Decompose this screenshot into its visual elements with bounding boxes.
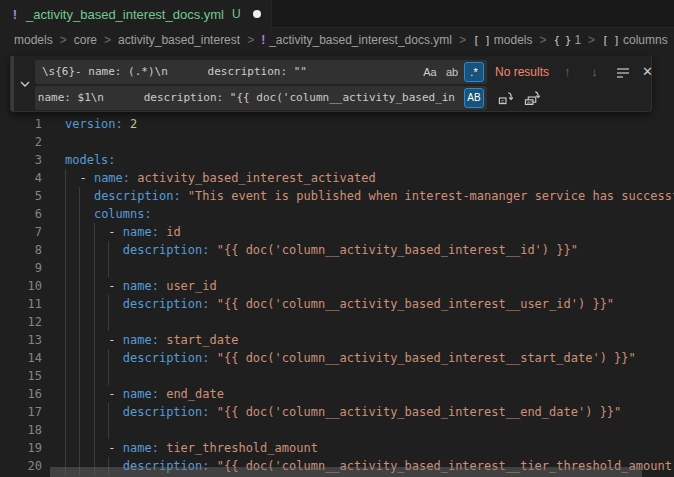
- arrow-down-icon: ↓: [591, 64, 598, 79]
- code-line: description: "{{ doc('column__activity_b…: [65, 241, 674, 259]
- line-number: 12: [0, 313, 42, 331]
- replace-all-button[interactable]: ac: [521, 87, 542, 108]
- arrow-up-icon: ↑: [564, 64, 571, 79]
- line-number: 15: [0, 367, 42, 385]
- breadcrumb-separator-icon: >: [104, 33, 111, 47]
- whole-word-toggle[interactable]: ab: [442, 62, 462, 82]
- code-editor[interactable]: 1version: 223models:4 - name: activity_b…: [0, 52, 674, 477]
- line-number: 14: [0, 349, 42, 367]
- replace-button[interactable]: c: [495, 87, 516, 108]
- svg-text:c: c: [501, 98, 504, 104]
- preserve-case-toggle[interactable]: AB: [464, 88, 484, 108]
- find-status: No results: [495, 60, 549, 84]
- previous-match-button[interactable]: ↑: [557, 61, 578, 82]
- chevron-down-icon: [20, 81, 30, 87]
- code-line: columns:: [65, 205, 674, 223]
- breadcrumb-item[interactable]: [ ]columns: [602, 33, 668, 47]
- symbol-array-icon: [ ]: [473, 34, 490, 47]
- line-number: 13: [0, 331, 42, 349]
- code-line: description: "{{ doc('column__activity_b…: [65, 295, 674, 313]
- line-number: 4: [0, 169, 42, 187]
- code-line: description: "{{ doc('column__activity_b…: [65, 349, 674, 367]
- code-line: [65, 421, 674, 439]
- breadcrumb-separator-icon: >: [247, 33, 254, 47]
- breadcrumb-item[interactable]: [ ]models: [473, 33, 533, 47]
- replace-input[interactable]: - name: $1\n description: "{{ doc('colum…: [35, 86, 487, 110]
- line-number: 9: [0, 259, 42, 277]
- yaml-file-icon: !: [10, 7, 20, 22]
- match-case-toggle[interactable]: Aa: [420, 62, 440, 82]
- toggle-replace-button[interactable]: [14, 56, 35, 111]
- breadcrumb-item[interactable]: { }1: [554, 33, 582, 47]
- close-icon: ✕: [642, 64, 653, 79]
- line-number: 20: [0, 457, 42, 475]
- close-find-widget-button[interactable]: ✕: [637, 61, 658, 82]
- git-status-badge: U: [232, 7, 241, 21]
- code-line: models:: [65, 151, 674, 169]
- yaml-file-icon: !: [261, 33, 265, 47]
- code-line: - name: end_date: [65, 385, 674, 403]
- tab-bar: ! _activity_based_interest_docs.yml U: [0, 0, 674, 28]
- code-line: - name: activity_based_interest_activate…: [65, 169, 674, 187]
- code-line: [65, 133, 674, 151]
- code-line: [65, 313, 674, 331]
- symbol-array-icon: [ ]: [602, 34, 619, 47]
- breadcrumb-separator-icon: >: [459, 33, 466, 47]
- next-match-button[interactable]: ↓: [584, 61, 605, 82]
- code-line: [65, 259, 674, 277]
- find-query-text: \s{6}- name: (.*)\n description: "": [42, 60, 307, 84]
- find-input[interactable]: \s{6}- name: (.*)\n description: "" Aaab…: [35, 60, 487, 84]
- line-number: 19: [0, 439, 42, 457]
- code-line: version: 2: [65, 115, 674, 133]
- editor-tab[interactable]: ! _activity_based_interest_docs.yml U: [0, 0, 272, 28]
- code-line: - name: start_date: [65, 331, 674, 349]
- breadcrumb-separator-icon: >: [588, 33, 595, 47]
- line-number: 17: [0, 403, 42, 421]
- replace-text: - name: $1\n description: "{{ doc('colum…: [35, 86, 455, 110]
- line-number: 18: [0, 421, 42, 439]
- line-number: 1: [0, 115, 42, 133]
- line-number: 8: [0, 241, 42, 259]
- line-number: 10: [0, 277, 42, 295]
- replace-icon: c: [498, 90, 513, 105]
- code-line: - name: user_id: [65, 277, 674, 295]
- code-line: description: "{{ doc('column__activity_b…: [65, 403, 674, 421]
- symbol-object-icon: { }: [554, 34, 571, 47]
- find-in-selection-button[interactable]: [612, 61, 633, 82]
- svg-text:ac: ac: [526, 99, 532, 105]
- breadcrumb-separator-icon: >: [540, 33, 547, 47]
- breadcrumb-item[interactable]: !_activity_based_interest_docs.yml: [261, 33, 452, 47]
- horizontal-scrollbar[interactable]: [50, 467, 642, 477]
- code-line: - name: id: [65, 223, 674, 241]
- breadcrumb-item[interactable]: activity_based_interest: [118, 33, 240, 47]
- breadcrumb: models>core>activity_based_interest>!_ac…: [0, 28, 674, 52]
- breadcrumb-item[interactable]: models: [14, 33, 53, 47]
- tab-title: _activity_based_interest_docs.yml: [26, 7, 224, 22]
- regex-toggle[interactable]: .*: [464, 62, 484, 82]
- line-number: 11: [0, 295, 42, 313]
- breadcrumb-separator-icon: >: [60, 33, 67, 47]
- line-number: 5: [0, 187, 42, 205]
- selection-icon: [616, 65, 630, 79]
- line-number: 3: [0, 151, 42, 169]
- code-line: [65, 367, 674, 385]
- replace-all-icon: ac: [524, 90, 540, 105]
- line-number: 2: [0, 133, 42, 151]
- find-replace-widget: \s{6}- name: (.*)\n description: "" Aaab…: [10, 56, 652, 112]
- line-number: 7: [0, 223, 42, 241]
- code-line: description: "This event is published wh…: [65, 187, 674, 205]
- line-number: 16: [0, 385, 42, 403]
- code-line: - name: tier_threshold_amount: [65, 439, 674, 457]
- breadcrumb-item[interactable]: core: [74, 33, 97, 47]
- line-number: 6: [0, 205, 42, 223]
- unsaved-changes-icon[interactable]: [253, 10, 261, 18]
